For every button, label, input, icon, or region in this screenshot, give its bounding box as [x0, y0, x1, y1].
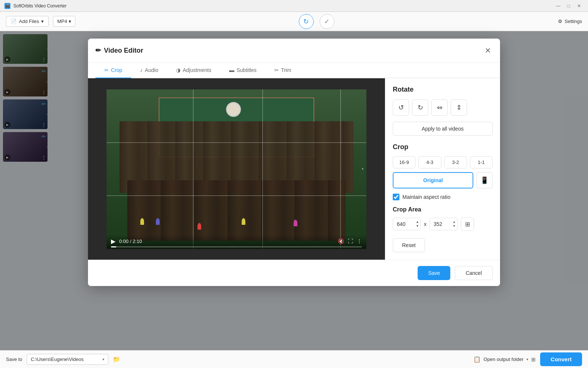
video-editor-modal: ✏ Video Editor ✕ ✂ Crop ♪ Audio ◑ Adjust…	[88, 39, 500, 286]
height-spinners: ▲ ▼	[451, 220, 457, 228]
crop-icon: ✂	[104, 67, 109, 73]
right-panel: Rotate ↺ ↻ ⇔ ⇕ Apply to all videos Crop …	[385, 78, 500, 260]
minimize-button[interactable]: —	[554, 1, 563, 10]
rotate-buttons: ↺ ↻ ⇔ ⇕	[393, 99, 493, 116]
original-button[interactable]: Original	[393, 172, 473, 188]
add-files-dropdown-icon: ▾	[41, 19, 44, 24]
height-increment-button[interactable]: ▲	[451, 220, 457, 224]
progress-fill	[111, 246, 116, 247]
browse-folder-button[interactable]: 📁	[113, 356, 120, 363]
x-separator: x	[424, 221, 427, 227]
crop-ratio-row: 16-9 4-3 3-2 1-1	[393, 156, 493, 168]
adjustments-icon: ◑	[176, 67, 180, 73]
edit-icon: ✏	[95, 46, 101, 55]
width-spinners: ▲ ▼	[415, 220, 420, 228]
controls-right: 🔇 ⛶ ⋮	[338, 238, 362, 244]
audio-icon: ♪	[140, 67, 143, 73]
video-indicator: •	[362, 167, 363, 172]
crop-width-wrap: ▲ ▼	[393, 218, 421, 230]
modal-title: ✏ Video Editor	[95, 46, 483, 55]
trim-icon: ✂	[274, 67, 279, 73]
toolbar-center: ↻ ✓	[80, 14, 553, 29]
modal-header: ✏ Video Editor ✕	[88, 39, 500, 63]
subtitles-icon: ▬	[229, 67, 234, 73]
crop-original-row: Original 📱	[393, 172, 493, 188]
more-button[interactable]: ⋮	[357, 238, 362, 244]
fullscreen-button[interactable]: ⛶	[348, 238, 353, 244]
maximize-button[interactable]: □	[564, 1, 573, 10]
play-button[interactable]: ▶	[111, 238, 115, 245]
grid-view-button[interactable]: ⊞	[461, 217, 474, 231]
modal-tabs: ✂ Crop ♪ Audio ◑ Adjustments ▬ Subtitles…	[88, 63, 500, 78]
crop-inputs-row: ▲ ▼ x ▲ ▼ ⊞	[393, 217, 493, 231]
rotate-title: Rotate	[393, 86, 493, 93]
refresh-icon-button[interactable]: ↻	[299, 14, 314, 29]
ratio-1-1-button[interactable]: 1-1	[470, 156, 493, 168]
flip-vertical-button[interactable]: ⇕	[451, 99, 467, 116]
flip-horizontal-button[interactable]: ⇔	[431, 99, 448, 116]
app-title: SoftOrbits Video Converter	[13, 3, 554, 9]
phone-icon: 📱	[480, 176, 489, 184]
ratio-16-9-button[interactable]: 16-9	[393, 156, 415, 168]
add-files-button[interactable]: 📄 Add Files ▾	[6, 16, 49, 27]
save-path-text: C:\Users\Eugene\Videos	[31, 356, 101, 362]
video-container: • ▶ 0:00 / 2:10 🔇 ⛶ ⋮	[107, 89, 366, 249]
bottom-bar: Save to C:\Users\Eugene\Videos ▾ 📁 📋 Ope…	[0, 350, 588, 368]
settings-icon: ⚙	[558, 19, 562, 24]
convert-button[interactable]: Convert	[540, 352, 582, 366]
maintain-aspect-row: Maintain aspect ratio	[393, 194, 493, 200]
maintain-aspect-label: Maintain aspect ratio	[402, 194, 450, 200]
cancel-button[interactable]: Cancel	[455, 266, 493, 280]
progress-bar[interactable]	[111, 246, 362, 247]
app-body: ▶ ⋮ › ▶ ⋮ ✏ › ▶ ⋮ ✏ › ▶ ⋮ ✏	[0, 31, 588, 350]
check-icon-button[interactable]: ✓	[320, 14, 334, 29]
save-button[interactable]: Save	[418, 266, 450, 280]
close-window-button[interactable]: ✕	[575, 1, 584, 10]
crop-height-wrap: ▲ ▼	[429, 218, 458, 230]
crop-title: Crop	[393, 143, 493, 151]
controls-row: ▶ 0:00 / 2:10 🔇 ⛶ ⋮	[111, 238, 362, 245]
output-grid-button[interactable]: ⊞	[531, 356, 536, 362]
output-icon: 📋	[473, 356, 481, 363]
width-increment-button[interactable]: ▲	[415, 220, 420, 224]
tab-trim[interactable]: ✂ Trim	[265, 63, 300, 78]
rotate-cw-button[interactable]: ↻	[412, 99, 428, 116]
modal-body: • ▶ 0:00 / 2:10 🔇 ⛶ ⋮	[88, 78, 500, 260]
save-to-label: Save to	[6, 356, 22, 362]
window-controls: — □ ✕	[554, 1, 584, 10]
titlebar: 🎬 SoftOrbits Video Converter — □ ✕	[0, 0, 588, 12]
modal-footer: Save Cancel	[88, 260, 500, 286]
settings-button[interactable]: ⚙ Settings	[558, 19, 582, 24]
tab-crop[interactable]: ✂ Crop	[95, 63, 131, 78]
video-controls[interactable]: ▶ 0:00 / 2:10 🔇 ⛶ ⋮	[107, 235, 366, 249]
portrait-button[interactable]: 📱	[476, 172, 493, 188]
open-output-label: Open output folder	[484, 356, 524, 362]
tab-audio[interactable]: ♪ Audio	[131, 63, 167, 78]
add-files-icon: 📄	[11, 19, 17, 24]
video-frame	[107, 89, 366, 249]
modal-backdrop: ✏ Video Editor ✕ ✂ Crop ♪ Audio ◑ Adjust…	[0, 31, 588, 350]
open-output-wrap: 📋 Open output folder ▾ ⊞	[473, 356, 536, 363]
tab-adjustments[interactable]: ◑ Adjustments	[167, 63, 220, 78]
apply-all-button[interactable]: Apply to all videos	[393, 122, 493, 136]
format-dropdown-icon: ▾	[69, 19, 71, 24]
ratio-4-3-button[interactable]: 4-3	[418, 156, 441, 168]
output-dropdown-icon: ▾	[526, 357, 528, 361]
height-decrement-button[interactable]: ▼	[451, 224, 457, 228]
save-path-selector[interactable]: C:\Users\Eugene\Videos ▾	[27, 354, 108, 365]
path-dropdown-icon: ▾	[102, 357, 104, 361]
folder-icon: 📁	[113, 356, 120, 362]
main-toolbar: 📄 Add Files ▾ MP4 ▾ ↻ ✓ ⚙ Settings	[0, 12, 588, 31]
ratio-3-2-button[interactable]: 3-2	[444, 156, 467, 168]
width-decrement-button[interactable]: ▼	[415, 224, 420, 228]
reset-button[interactable]: Reset	[393, 238, 425, 252]
rotate-ccw-button[interactable]: ↺	[393, 99, 409, 116]
crop-area-title: Crop Area	[393, 206, 493, 213]
format-selector[interactable]: MP4 ▾	[53, 16, 75, 27]
mute-button[interactable]: 🔇	[338, 238, 344, 244]
tab-subtitles[interactable]: ▬ Subtitles	[220, 63, 265, 78]
maintain-aspect-checkbox[interactable]	[393, 194, 399, 200]
video-area: • ▶ 0:00 / 2:10 🔇 ⛶ ⋮	[88, 78, 385, 260]
modal-close-button[interactable]: ✕	[483, 45, 493, 56]
time-display: 0:00 / 2:10	[119, 239, 142, 244]
